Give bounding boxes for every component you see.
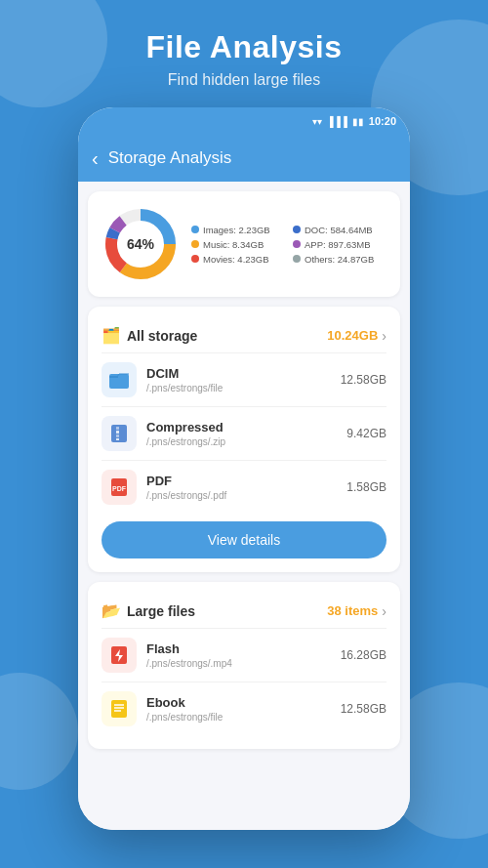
legend-label-app: APP: 897.63MB [305, 239, 371, 250]
legend-images: Images: 2.23GB [191, 225, 285, 235]
legend-label-music: Music: 8.34GB [203, 239, 264, 250]
legend-dot-music [191, 240, 199, 248]
all-storage-title: All storage [127, 328, 197, 344]
list-item[interactable]: DCIM /.pns/estrongs/file 12.58GB [102, 352, 386, 406]
list-item[interactable]: PDF PDF /.pns/estrongs/.pdf 1.58GB [102, 460, 386, 514]
legend-dot-others [293, 255, 301, 263]
all-storage-header: 🗂️ All storage 10.24GB › [102, 320, 386, 352]
legend-label-doc: DOC: 584.64MB [305, 225, 373, 235]
phone-mockup: ▾▾ ▐▐▐ ▮▮ 10:20 ‹ Storage Analysis [78, 107, 410, 830]
file-size-pdf: 1.58GB [346, 480, 386, 494]
status-time: 10:20 [369, 115, 396, 127]
svg-rect-9 [116, 427, 119, 430]
legend-movies: Movies: 4.23GB [191, 254, 285, 265]
legend-app: APP: 897.63MB [293, 239, 386, 250]
file-size-dcim: 12.58GB [341, 373, 386, 387]
page-subtitle: Find hidden large files [0, 71, 488, 89]
back-button[interactable]: ‹ [92, 147, 99, 170]
file-icon-ebook [102, 691, 137, 726]
content-area: 64% Images: 2.23GB DOC: 584.64MB Music: … [78, 182, 410, 830]
donut-chart: 64% [102, 205, 180, 283]
svg-rect-10 [116, 431, 119, 434]
file-path-compressed: /.pns/estrongs/.zip [146, 436, 337, 447]
large-files-value: 38 items [327, 603, 378, 618]
file-size-flash: 16.28GB [341, 648, 386, 662]
list-item[interactable]: Flash /.pns/estrongs/.mp4 16.28GB [102, 628, 386, 682]
file-info-dcim: DCIM /.pns/estrongs/file [146, 366, 331, 393]
bg-bubble-3 [0, 673, 78, 790]
legend-dot-app [293, 240, 301, 248]
all-storage-value: 10.24GB [327, 328, 378, 343]
legend-music: Music: 8.34GB [191, 239, 285, 250]
svg-rect-7 [109, 376, 118, 378]
status-bar: ▾▾ ▐▐▐ ▮▮ 10:20 [78, 107, 410, 135]
file-name-compressed: Compressed [146, 420, 337, 434]
all-storage-arrow: › [382, 328, 386, 344]
legend-label-others: Others: 24.87GB [305, 254, 374, 265]
large-files-card: 📂 Large files 38 items › Flash [88, 582, 400, 749]
list-item[interactable]: Ebook /.pns/estrongs/file 12.58GB [102, 682, 386, 735]
list-item[interactable]: Compressed /.pns/estrongs/.zip 9.42GB [102, 406, 386, 460]
legend-label-movies: Movies: 4.23GB [203, 254, 269, 265]
all-storage-icon: 🗂️ [102, 326, 121, 345]
file-name-pdf: PDF [146, 474, 337, 488]
legend-label-images: Images: 2.23GB [203, 225, 270, 235]
large-files-value-wrap[interactable]: 38 items › [327, 603, 386, 619]
storage-chart-card: 64% Images: 2.23GB DOC: 584.64MB Music: … [88, 191, 400, 297]
svg-text:PDF: PDF [112, 485, 127, 492]
file-size-compressed: 9.42GB [346, 427, 386, 440]
wifi-icon: ▾▾ [312, 116, 322, 127]
file-path-ebook: /.pns/estrongs/file [146, 712, 331, 723]
file-icon-pdf: PDF [102, 470, 137, 505]
legend-doc: DOC: 584.64MB [293, 225, 386, 235]
file-info-pdf: PDF /.pns/estrongs/.pdf [146, 474, 337, 501]
large-files-icon: 📂 [102, 601, 121, 620]
file-name-ebook: Ebook [146, 695, 331, 710]
file-icon-dcim [102, 362, 137, 397]
view-details-button[interactable]: View details [102, 521, 386, 558]
file-name-flash: Flash [146, 641, 331, 656]
file-path-pdf: /.pns/estrongs/.pdf [146, 490, 337, 501]
file-info-compressed: Compressed /.pns/estrongs/.zip [146, 420, 337, 447]
page-title: File Analysis [0, 29, 488, 65]
chart-legend: Images: 2.23GB DOC: 584.64MB Music: 8.34… [191, 225, 386, 265]
top-bar-title: Storage Analysis [108, 148, 232, 168]
file-icon-compressed [102, 416, 137, 451]
file-name-dcim: DCIM [146, 366, 331, 381]
legend-dot-doc [293, 226, 301, 233]
chart-section: 64% Images: 2.23GB DOC: 584.64MB Music: … [102, 205, 386, 283]
file-info-flash: Flash /.pns/estrongs/.mp4 [146, 641, 331, 669]
svg-rect-17 [111, 700, 127, 718]
file-icon-flash [102, 638, 137, 673]
legend-dot-images [191, 226, 199, 233]
header: File Analysis Find hidden large files [0, 0, 488, 89]
large-files-header: 📂 Large files 38 items › [102, 596, 386, 628]
signal-icon: ▐▐▐ [327, 116, 347, 127]
large-files-title: Large files [127, 603, 195, 619]
battery-icon: ▮▮ [352, 116, 364, 127]
all-storage-value-wrap[interactable]: 10.24GB › [327, 328, 386, 344]
large-files-title-wrap: 📂 Large files [102, 601, 195, 620]
all-storage-card: 🗂️ All storage 10.24GB › [88, 307, 400, 572]
svg-rect-11 [116, 434, 119, 437]
legend-dot-movies [191, 255, 199, 263]
file-path-dcim: /.pns/estrongs/file [146, 383, 331, 393]
legend-others: Others: 24.87GB [293, 254, 386, 265]
file-path-flash: /.pns/estrongs/.mp4 [146, 658, 331, 669]
large-files-arrow: › [382, 603, 386, 619]
svg-rect-12 [116, 438, 119, 440]
donut-percent: 64% [127, 236, 154, 252]
all-storage-title-wrap: 🗂️ All storage [102, 326, 197, 345]
top-bar: ‹ Storage Analysis [78, 135, 410, 182]
file-size-ebook: 12.58GB [341, 702, 386, 716]
file-info-ebook: Ebook /.pns/estrongs/file [146, 695, 331, 723]
